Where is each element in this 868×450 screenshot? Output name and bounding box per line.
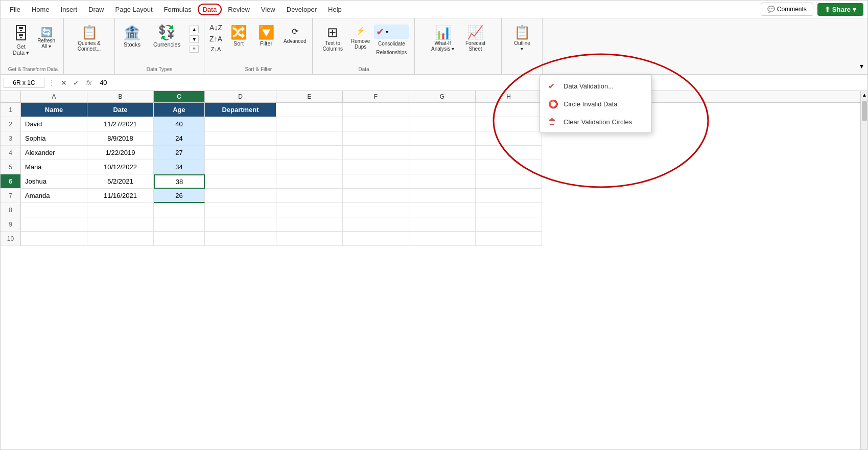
cell-h3[interactable] [476,131,542,146]
cell-a9[interactable] [21,217,87,232]
cell-b6[interactable]: 5/2/2021 [87,174,154,189]
expand-ribbon-button[interactable]: ▾ [858,60,865,74]
cell-e8[interactable] [276,203,343,217]
cell-g10[interactable] [409,232,476,246]
data-validation-item[interactable]: ✔ Data Validation... [540,77,651,95]
menu-developer[interactable]: Developer [281,4,322,15]
cell-h9[interactable] [476,217,542,232]
cell-c6[interactable]: 38 [154,174,205,189]
sort-button[interactable]: 🔀 Sort [226,22,251,50]
cell-a6[interactable]: Joshua [21,174,87,189]
cell-d3[interactable] [205,131,276,146]
cell-a3[interactable]: Sophia [21,131,87,146]
cell-d8[interactable] [205,203,276,217]
menu-data[interactable]: Data [198,4,222,15]
cell-c7[interactable]: 26 [154,189,205,203]
cell-f5[interactable] [343,160,409,174]
cell-a7[interactable]: Amanda [21,189,87,203]
col-header-e[interactable]: E [276,91,343,102]
cell-h5[interactable] [476,160,542,174]
cell-g1[interactable] [409,103,476,117]
cell-g4[interactable] [409,146,476,160]
cell-d6[interactable] [205,174,276,189]
scroll-down-button[interactable]: ▼ [190,35,199,43]
name-box[interactable] [4,78,44,88]
cell-b8[interactable] [87,203,154,217]
reapply-button[interactable]: ⟳ [281,26,308,37]
filter-button[interactable]: 🔽 Filter [254,22,278,50]
cell-b10[interactable] [87,232,154,246]
clear-validation-circles-item[interactable]: 🗑 Clear Validation Circles [540,113,651,130]
sort-za2-button[interactable]: Z↓A [208,45,223,53]
cell-h2[interactable] [476,117,542,131]
cell-c2[interactable]: 40 [154,117,205,131]
comments-button[interactable]: 💬 Comments [761,3,813,16]
cell-c3[interactable]: 24 [154,131,205,146]
menu-help[interactable]: Help [323,4,347,15]
col-header-c[interactable]: C [154,91,205,102]
remove-duplicates-button[interactable]: RemoveDups [349,37,372,51]
cell-f9[interactable] [343,217,409,232]
scroll-up-arrow[interactable]: ▲ [861,91,867,99]
forecast-sheet-button[interactable]: 📈 ForecastSheet [461,22,489,55]
cell-f3[interactable] [343,131,409,146]
cell-d10[interactable] [205,232,276,246]
cell-e4[interactable] [276,146,343,160]
cell-f7[interactable] [343,189,409,203]
cell-a1[interactable]: Name [21,103,87,117]
cell-f10[interactable] [343,232,409,246]
cell-a2[interactable]: David [21,117,87,131]
vertical-scrollbar[interactable]: ▲ [860,91,867,449]
cell-a5[interactable]: Maria [21,160,87,174]
col-header-a[interactable]: A [21,91,87,102]
cell-g9[interactable] [409,217,476,232]
cell-h10[interactable] [476,232,542,246]
cell-c10[interactable] [154,232,205,246]
menu-formulas[interactable]: Formulas [159,4,197,15]
col-header-g[interactable]: G [409,91,476,102]
cell-d2[interactable] [205,117,276,131]
menu-home[interactable]: Home [27,4,55,15]
queries-connect-button[interactable]: 📋 Queries &Connect... [74,22,105,55]
cell-c1[interactable]: Age [154,103,205,117]
cell-g2[interactable] [409,117,476,131]
col-header-f[interactable]: F [343,91,409,102]
scrollbar-thumb[interactable] [862,101,867,121]
cell-a8[interactable] [21,203,87,217]
cell-g3[interactable] [409,131,476,146]
what-if-analysis-button[interactable]: 📊 What-IfAnalysis ▾ [427,22,458,55]
cell-f6[interactable] [343,174,409,189]
get-data-button[interactable]: 🗄 GetData ▾ [9,22,33,59]
cell-d5[interactable] [205,160,276,174]
cell-b4[interactable]: 1/22/2019 [87,146,154,160]
cell-d1[interactable]: Department [205,103,276,117]
cell-e6[interactable] [276,174,343,189]
cell-c9[interactable] [154,217,205,232]
cell-d7[interactable] [205,189,276,203]
col-header-h[interactable]: H [476,91,542,102]
scroll-up-button[interactable]: ▲ [190,26,199,33]
cell-b9[interactable] [87,217,154,232]
sort-az-button[interactable]: A↓Z [208,22,223,33]
menu-file[interactable]: File [5,4,26,15]
menu-page-layout[interactable]: Page Layout [110,4,158,15]
flash-fill-button[interactable]: ⚡ [349,26,372,36]
cell-e9[interactable] [276,217,343,232]
cell-b3[interactable]: 8/9/2018 [87,131,154,146]
cell-h4[interactable] [476,146,542,160]
cell-e1[interactable] [276,103,343,117]
share-button[interactable]: ⬆ Share ▾ [817,3,863,16]
cell-e3[interactable] [276,131,343,146]
cell-f2[interactable] [343,117,409,131]
cell-a4[interactable]: Alexander [21,146,87,160]
cell-e5[interactable] [276,160,343,174]
relationships-button[interactable]: Relationships [374,49,409,56]
cell-c5[interactable]: 34 [154,160,205,174]
stocks-button[interactable]: 🏦 Stocks [119,22,145,51]
cell-a10[interactable] [21,232,87,246]
cell-b1[interactable]: Date [87,103,154,117]
confirm-formula-button[interactable]: ✓ [71,78,81,88]
text-to-columns-button[interactable]: ⊞ Text toColumns [319,22,347,55]
cell-d4[interactable] [205,146,276,160]
advanced-button[interactable]: Advanced [281,37,308,45]
